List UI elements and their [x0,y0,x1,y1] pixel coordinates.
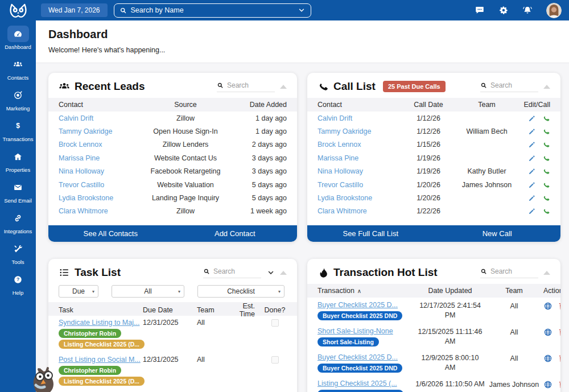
call-contact-link[interactable]: Trevor Castillo [318,181,403,189]
global-search-input[interactable]: Search by Name [114,3,311,18]
pencil-icon[interactable] [528,127,536,135]
call-contact-link[interactable]: Brock Lennox [318,141,403,148]
transaction-link[interactable]: Buyer Checklist 2025 D... [318,301,398,309]
call-contact-link[interactable]: Clara Whitmore [318,207,403,215]
task-done-checkbox[interactable] [271,356,279,364]
pencil-icon[interactable] [528,141,536,148]
see-all-contacts-button[interactable]: See All Contacts [48,229,173,238]
sidebar-item-properties[interactable]: Properties [0,148,36,173]
lead-contact-link[interactable]: Tammy Oakridge [59,127,144,135]
gear-icon[interactable] [498,5,509,15]
user-avatar[interactable] [546,3,562,18]
globe-icon[interactable] [543,302,552,311]
call-list-footer: See Full Call List New Call [307,225,560,242]
call-contact-link[interactable]: Tammy Oakridge [318,127,403,135]
collapse-triangle-icon[interactable] [543,271,550,275]
transaction-link[interactable]: Short Sale-Listing-None [318,327,393,335]
globe-icon[interactable] [543,354,552,363]
new-call-button[interactable]: New Call [434,229,561,238]
call-team: William Bech [454,127,519,135]
trash-icon[interactable] [558,328,560,337]
date-button[interactable]: Wed Jan 7, 2026 [41,3,108,17]
call-date: 1/20/26 [403,181,454,189]
task-done-checkbox[interactable] [271,319,279,327]
hot-list-table-header: Transaction∧Date UpdatedTeamActions [307,284,560,298]
column-header[interactable]: Date Updated [415,287,485,295]
phone-icon[interactable] [542,167,550,175]
task-link[interactable]: Syndicate Listing to Maj... [59,319,143,327]
transaction-date-updated: 12/15/2025 11:11:46 AM [415,327,485,346]
pencil-icon[interactable] [528,207,536,215]
lead-contact-link[interactable]: Calvin Drift [59,114,144,122]
transaction-row: Listing Checklist 2025 (... Listing Chec… [307,376,560,392]
topbar: Wed Jan 7, 2026 Search by Name [0,0,569,20]
collapse-triangle-icon[interactable] [280,85,287,89]
sidebar-item-tools[interactable]: Tools [0,241,36,265]
transaction-tag: Short Sale-Listing [318,337,379,346]
lead-contact-link[interactable]: Lydia Brookstone [59,194,144,202]
trash-icon[interactable] [558,302,560,311]
transaction-link[interactable]: Buyer Checklist 2025 D... [318,353,398,361]
pencil-icon[interactable] [528,154,536,162]
transaction-link[interactable]: Listing Checklist 2025 (... [318,379,397,387]
trash-icon[interactable] [558,354,560,363]
recent-leads-search-input[interactable]: Search [217,81,275,92]
search-icon [480,82,487,89]
call-contact-link[interactable]: Nina Holloway [318,167,403,175]
column-header-sorted[interactable]: Transaction∧ [318,287,415,295]
see-full-call-list-button[interactable]: See Full Call List [307,229,434,238]
lead-contact-link[interactable]: Trevor Castillo [59,181,144,189]
phone-icon[interactable] [542,141,550,148]
sidebar-item-transactions[interactable]: $ Transactions [0,118,36,142]
phone-icon[interactable] [542,181,550,189]
pencil-icon[interactable] [528,194,536,202]
chevron-down-icon[interactable] [298,6,306,14]
task-filter-checklist-select[interactable]: Checklist▾ [197,285,284,298]
collapse-triangle-icon[interactable] [543,85,550,89]
task-filter-due-select[interactable]: Due▾ [59,285,98,298]
task-link[interactable]: Post Listing on Social M... [59,356,143,364]
transaction-tag: Buyer Checklist 2025 DND [318,311,402,320]
chevron-down-icon[interactable] [267,269,275,277]
sidebar-item-dashboard[interactable]: Dashboard [0,26,36,50]
pencil-icon[interactable] [528,167,536,175]
phone-icon[interactable] [542,194,550,202]
chat-icon[interactable] [475,5,485,15]
call-contact-link[interactable]: Marissa Pine [318,154,403,162]
task-list-title: Task List [75,266,121,279]
globe-icon[interactable] [543,328,552,337]
lead-contact-link[interactable]: Clara Whitmore [59,207,144,215]
call-date: 1/20/26 [403,194,454,202]
task-list-search-input[interactable]: Search [203,267,261,278]
add-contact-button[interactable]: Add Contact [173,229,298,238]
globe-icon[interactable] [543,380,552,389]
recent-leads-footer: See All Contacts Add Contact [48,225,297,242]
call-list-search-input[interactable]: Search [480,81,538,92]
sidebar-item-send-email[interactable]: Send Email [0,179,36,204]
sidebar-item-integrations[interactable]: Integrations [0,210,36,234]
hot-list-search-input[interactable]: Search [480,267,538,278]
notifications-bell-icon[interactable] [522,5,533,15]
collapse-triangle-icon[interactable] [280,271,287,275]
lead-contact-link[interactable]: Nina Holloway [59,167,144,175]
app-logo-owl-icon[interactable] [0,3,36,18]
sidebar-item-contacts[interactable]: Contacts [0,56,36,81]
column-header[interactable]: Actions [543,287,560,295]
phone-icon[interactable] [542,154,550,162]
sidebar-item-help[interactable]: ? Help [0,271,36,296]
call-contact-link[interactable]: Lydia Brookstone [318,194,403,202]
lead-contact-link[interactable]: Marissa Pine [59,154,144,162]
pencil-icon[interactable] [528,181,536,189]
recent-leads-table-header: ContactSourceDate Added [48,98,297,112]
task-tag: Christopher Robin [59,366,121,375]
phone-icon[interactable] [542,207,550,215]
task-filter-team-select[interactable]: All▾ [112,285,184,298]
trash-icon[interactable] [558,380,560,389]
phone-icon[interactable] [542,127,550,135]
pencil-icon[interactable] [528,114,536,122]
phone-icon[interactable] [542,114,550,122]
lead-contact-link[interactable]: Brock Lennox [59,141,144,148]
column-header[interactable]: Team [485,287,543,295]
call-contact-link[interactable]: Calvin Drift [318,114,403,122]
sidebar-item-marketing[interactable]: Marketing [0,87,36,112]
